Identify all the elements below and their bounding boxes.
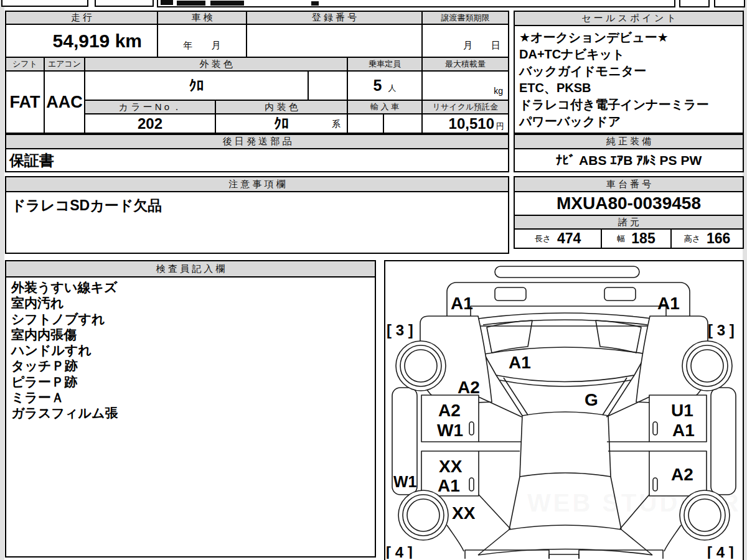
aircon-header: エアコン <box>45 58 84 70</box>
inspector-line: シフトノブすれ <box>11 311 370 327</box>
sales-point-line: ドラレコ付き電子インナーミラー <box>519 96 738 113</box>
a-pillar-left <box>496 375 522 416</box>
registration-header: 登 録 番 号 <box>247 12 421 24</box>
chassis-number: MXUA80-0039458 <box>515 192 743 215</box>
inspector-line: 室内内張傷 <box>11 327 370 342</box>
clipped-cell <box>95 0 154 7</box>
front-wheel-right <box>682 341 732 391</box>
clipped-cell <box>1 0 88 7</box>
inspector-line: 室内汚れ <box>11 295 370 310</box>
later-parts-section: 後 日 発 送 部 品 保証書 <box>5 134 509 172</box>
inspector-section: 検 査 員 記 入 欄 外装うすい線キズ 室内汚れ シフトノブすれ 室内内張傷 … <box>5 260 376 558</box>
door-body-diag-front-left <box>479 397 522 417</box>
label-front-fender-left: A2 <box>458 378 480 397</box>
inspector-line: ミラーＡ <box>11 390 370 405</box>
label-rear-wheel-right-grade: [ 4 ] <box>707 544 734 559</box>
cowl-curve-2 <box>483 320 647 325</box>
inspector-line: タッチＰ跡 <box>11 358 370 373</box>
label-front-door-right-2: A1 <box>672 421 695 440</box>
recycle-fee-unit: 円 <box>496 121 504 132</box>
label-rear-fender-left: XX <box>452 503 476 523</box>
headlight-right <box>596 320 641 353</box>
sales-point-line: ★オークションデビュー★ <box>519 29 738 46</box>
exterior-color-header: 外 装 色 <box>85 58 347 70</box>
import-car-cell-2 <box>384 114 421 133</box>
headlight-left <box>487 320 532 353</box>
max-load-value: kg <box>423 72 508 100</box>
inspector-line: ハンドルすれ <box>11 342 370 358</box>
chassis-header: 車 台 番 号 <box>515 177 743 191</box>
front-lip-shape <box>495 266 639 278</box>
sales-points-body: ★オークションデビュー★ DA+TCナビキット バックガイドモニター ETC、P… <box>515 26 743 133</box>
capacity-value: 5 人 <box>348 72 421 100</box>
interior-color-header: 内 装 色 <box>216 101 347 113</box>
fog-lamp-right <box>604 287 636 301</box>
front-wheel-left <box>396 341 446 391</box>
registration-value <box>247 25 421 57</box>
rear-corner-left <box>447 525 464 551</box>
tailgate-side-left <box>478 530 509 555</box>
width-value: 185 <box>631 230 655 247</box>
color-no-value: 202 <box>85 114 215 133</box>
clipped-text-artifact <box>311 1 319 6</box>
sales-point-line: バックガイドモニター <box>519 63 738 80</box>
equipment-panel: 純 正 装 備 ﾅﾋﾞ ABS ｴｱB ｱﾙﾐ PS PW <box>514 134 744 172</box>
sales-point-line: パワーバックドア <box>519 113 738 130</box>
rear-bumper-center <box>549 554 579 559</box>
capacity-header: 乗車定員 <box>348 58 421 70</box>
label-rocker-left: W1 <box>393 473 417 490</box>
label-front-bumper-left: A1 <box>451 294 473 313</box>
label-front-wheel-left-grade: [ 3 ] <box>387 322 413 338</box>
label-rear-wheel-left-grade: [ 4 ] <box>386 544 413 559</box>
specs-header: 諸 元 <box>515 216 743 228</box>
roof-front-edge <box>522 412 608 416</box>
car-diagram-box: WEB STUDIO.RU <box>384 260 744 560</box>
label-front-bumper-right: A1 <box>657 294 680 313</box>
shift-value: FAT <box>6 72 44 133</box>
interior-color-value: ｸﾛ 系 <box>216 114 347 133</box>
shift-header: シフト <box>6 58 44 70</box>
rocker-right-shape <box>711 388 736 495</box>
clipped-text-artifact <box>210 1 244 6</box>
later-parts-header: 後 日 発 送 部 品 <box>6 135 508 148</box>
rear-wheel-right <box>680 490 730 540</box>
length-label: 長さ <box>535 233 551 245</box>
height-label: 高さ <box>684 233 700 245</box>
rear-glass-side-left <box>509 477 520 530</box>
inspector-line: 外装うすい線キズ <box>11 279 370 295</box>
height-cell: 高さ 166 <box>672 230 743 248</box>
exterior-color-sub-cell <box>309 72 347 100</box>
sales-points-header: セ ー ル ス ポ イ ン ト <box>515 12 743 25</box>
aircon-value: AAC <box>45 72 84 133</box>
length-cell: 長さ 474 <box>515 230 601 248</box>
capacity-number: 5 <box>374 77 382 95</box>
inspection-header: 車 検 <box>158 12 246 24</box>
cowl-curve-1 <box>479 313 652 319</box>
capacity-unit: 人 <box>388 83 396 94</box>
rear-glass-bottom <box>509 525 621 530</box>
car-top-view-diagram: WEB STUDIO.RU <box>385 261 743 559</box>
interior-color-suffix: 系 <box>332 119 341 130</box>
windshield-base <box>496 375 634 382</box>
inspection-value: 年 月 <box>158 25 246 57</box>
clipped-text-artifact <box>161 0 173 5</box>
sales-point-line: ETC、PKSB <box>519 80 738 96</box>
width-cell: 幅 185 <box>602 230 670 248</box>
import-car-cell-1 <box>348 114 383 133</box>
roof-side-left <box>520 416 522 477</box>
equipment-header: 純 正 装 備 <box>515 135 743 148</box>
color-no-header: カ ラ ー N o ． <box>85 101 215 113</box>
page-edge-left <box>0 0 4 560</box>
inspector-line: ガラスフィルム張 <box>11 405 370 421</box>
transfer-deadline-header: 譲渡書類期限 <box>423 12 508 24</box>
inspector-header: 検 査 員 記 入 欄 <box>6 261 375 276</box>
label-windshield: G <box>585 390 598 409</box>
label-front-wheel-right-grade: [ 3 ] <box>708 322 735 338</box>
label-front-door-right-1: U1 <box>671 401 693 420</box>
width-label: 幅 <box>617 233 625 245</box>
vehicle-info-table: 走 行 車 検 登 録 番 号 譲渡書類期限 54,919 km 年 月 月 日… <box>5 11 509 134</box>
fog-lamp-left <box>495 287 526 301</box>
roof-side-right <box>608 416 611 477</box>
chassis-panel: 車 台 番 号 MXUA80-0039458 諸 元 長さ 474 幅 185 … <box>514 176 744 249</box>
equipment-content: ﾅﾋﾞ ABS ｴｱB ｱﾙﾐ PS PW <box>515 149 743 171</box>
